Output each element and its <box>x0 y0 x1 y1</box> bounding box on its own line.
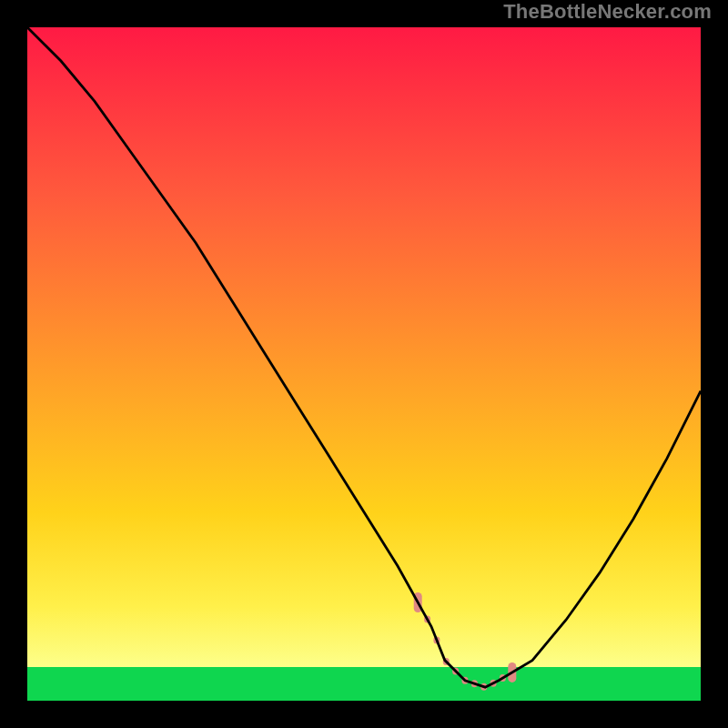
green-band <box>27 667 701 701</box>
plot-area <box>27 27 701 701</box>
chart-svg <box>27 27 701 701</box>
gradient-background <box>27 27 701 701</box>
chart-frame: TheBottleNecker.com <box>0 0 728 728</box>
watermark-text: TheBottleNecker.com <box>503 0 712 24</box>
